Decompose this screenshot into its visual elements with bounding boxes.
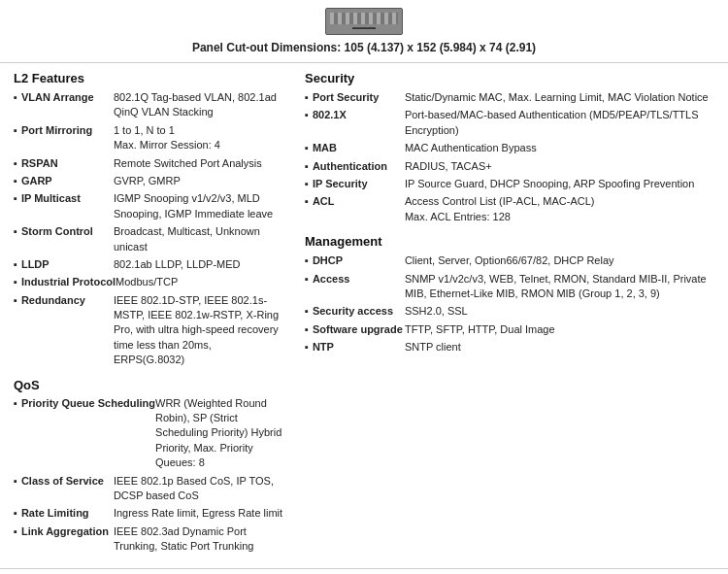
- list-item: ▪NTPSNTP client: [305, 340, 714, 355]
- feature-value: Port-based/MAC-based Authentication (MD5…: [405, 108, 714, 138]
- list-item: ▪RSPANRemote Switched Port Analysis: [14, 156, 285, 171]
- list-item: ▪RedundancyIEEE 802.1D-STP, IEEE 802.1s-…: [14, 293, 285, 368]
- feature-value: Remote Switched Port Analysis: [114, 156, 262, 171]
- feature-label: GARP: [21, 174, 114, 188]
- main-content: L2 Features ▪VLAN Arrange802.1Q Tag-base…: [0, 63, 728, 569]
- feature-value: Broadcast, Multicast, Unknown unicast: [114, 224, 285, 254]
- qos-feature-list: ▪Priority Queue SchedulingWRR (Weighted …: [14, 396, 285, 555]
- list-item: ▪Security accessSSH2.0, SSL: [305, 304, 714, 319]
- list-item: ▪802.1XPort-based/MAC-based Authenticati…: [305, 108, 714, 138]
- list-item: ▪GARPGVRP, GMRP: [14, 174, 285, 188]
- bullet: ▪: [14, 474, 17, 489]
- feature-value: Access Control List (IP-ACL, MAC-ACL)Max…: [405, 194, 595, 224]
- panel-cut-dimensions: Panel Cut-out Dimensions: 105 (4.137) x …: [0, 35, 728, 58]
- feature-value: IGMP Snooping v1/v2/v3, MLD Snooping, IG…: [114, 191, 285, 221]
- feature-value: IEEE 802.1D-STP, IEEE 802.1s-MSTP, IEEE …: [114, 293, 285, 368]
- management-section: Management ▪DHCPClient, Server, Option66…: [305, 234, 714, 355]
- bullet: ▪: [305, 141, 309, 155]
- feature-label: MAB: [313, 141, 405, 155]
- left-column: L2 Features ▪VLAN Arrange802.1Q Tag-base…: [14, 71, 285, 564]
- feature-value: Client, Server, Option66/67/82, DHCP Rel…: [405, 253, 614, 268]
- list-item: ▪Class of ServiceIEEE 802.1p Based CoS, …: [14, 474, 285, 504]
- feature-label: NTP: [313, 340, 405, 355]
- bullet: ▪: [14, 224, 17, 239]
- feature-value: IEEE 802.3ad Dynamic Port Trunking, Stat…: [114, 524, 285, 555]
- feature-value: WRR (Weighted Round Robin), SP (Strict S…: [155, 396, 285, 471]
- management-feature-list: ▪DHCPClient, Server, Option66/67/82, DHC…: [305, 253, 714, 355]
- bullet: ▪: [305, 159, 309, 174]
- bullet: ▪: [14, 123, 17, 138]
- feature-value: 1 to 1, N to 1Max. Mirror Session: 4: [114, 123, 220, 153]
- feature-label: Port Mirroring: [21, 123, 114, 138]
- bullet: ▪: [305, 108, 309, 122]
- bullet: ▪: [14, 90, 17, 105]
- feature-value: IEEE 802.1p Based CoS, IP TOS, DCSP base…: [114, 474, 285, 504]
- bullet: ▪: [14, 506, 17, 521]
- list-item: ▪Industrial ProtocolModbus/TCP: [14, 275, 285, 289]
- list-item: ▪Link AggregationIEEE 802.3ad Dynamic Po…: [14, 524, 285, 555]
- feature-label: IP Security: [313, 177, 405, 191]
- device-image: [325, 8, 403, 35]
- feature-value: SNMP v1/v2c/v3, WEB, Telnet, RMON, Stand…: [405, 272, 714, 302]
- list-item: ▪Rate LimitingIngress Rate limit, Egress…: [14, 506, 285, 521]
- feature-value: GVRP, GMRP: [114, 174, 181, 188]
- security-title: Security: [305, 71, 714, 85]
- feature-value: IP Source Guard, DHCP Snooping, ARP Spoo…: [405, 177, 694, 191]
- feature-label: ACL: [313, 194, 405, 209]
- list-item: ▪Software upgradeTFTP, SFTP, HTTP, Dual …: [305, 322, 714, 337]
- feature-value: Modbus/TCP: [116, 275, 178, 289]
- list-item: ▪ACLAccess Control List (IP-ACL, MAC-ACL…: [305, 194, 714, 224]
- feature-label: RSPAN: [21, 156, 114, 171]
- feature-label: Industrial Protocol: [21, 275, 116, 289]
- bullet: ▪: [305, 253, 309, 268]
- qos-title: QoS: [14, 378, 285, 392]
- feature-value: SSH2.0, SSL: [405, 304, 468, 319]
- feature-label: LLDP: [21, 257, 114, 272]
- feature-value: SNTP client: [405, 340, 461, 355]
- l2-title: L2 Features: [14, 71, 285, 85]
- feature-value: 802.1ab LLDP, LLDP-MED: [114, 257, 241, 272]
- list-item: ▪MABMAC Authentication Bypass: [305, 141, 714, 155]
- feature-label: Security access: [313, 304, 405, 319]
- list-item: ▪VLAN Arrange802.1Q Tag-based VLAN, 802.…: [14, 90, 285, 120]
- bullet: ▪: [14, 156, 17, 171]
- list-item: ▪LLDP802.1ab LLDP, LLDP-MED: [14, 257, 285, 272]
- list-item: ▪IP SecurityIP Source Guard, DHCP Snoopi…: [305, 177, 714, 191]
- qos-section: QoS ▪Priority Queue SchedulingWRR (Weigh…: [14, 378, 285, 555]
- right-column: Security ▪Port SecurityStatic/Dynamic MA…: [305, 71, 714, 564]
- feature-label: Software upgrade: [313, 322, 405, 337]
- feature-value: 802.1Q Tag-based VLAN, 802.1ad QinQ VLAN…: [114, 90, 285, 120]
- feature-label: Access: [313, 272, 405, 287]
- list-item: ▪Port SecurityStatic/Dynamic MAC, Max. L…: [305, 90, 714, 105]
- list-item: ▪Port Mirroring1 to 1, N to 1Max. Mirror…: [14, 123, 285, 153]
- feature-label: Class of Service: [21, 474, 114, 489]
- feature-value: MAC Authentication Bypass: [405, 141, 537, 155]
- feature-label: Redundancy: [21, 293, 114, 308]
- feature-value: Ingress Rate limit, Egress Rate limit: [114, 506, 282, 521]
- bullet: ▪: [305, 177, 309, 191]
- feature-label: IP Multicast: [21, 191, 114, 206]
- feature-label: Storm Control: [21, 224, 114, 239]
- l2-features-section: L2 Features ▪VLAN Arrange802.1Q Tag-base…: [14, 71, 285, 368]
- security-section: Security ▪Port SecurityStatic/Dynamic MA…: [305, 71, 714, 224]
- ordering-section: Ordering Information ▪EKI-7712G-4FMPI-AE…: [0, 569, 728, 574]
- feature-value: TFTP, SFTP, HTTP, Dual Image: [405, 322, 555, 337]
- list-item: ▪Storm ControlBroadcast, Multicast, Unkn…: [14, 224, 285, 254]
- feature-label: VLAN Arrange: [21, 90, 114, 105]
- list-item: ▪AuthenticationRADIUS, TACAS+: [305, 159, 714, 174]
- bullet: ▪: [14, 524, 17, 539]
- feature-label: DHCP: [313, 253, 405, 268]
- list-item: ▪IP MulticastIGMP Snooping v1/v2/v3, MLD…: [14, 191, 285, 221]
- feature-label: Authentication: [313, 159, 405, 174]
- bullet: ▪: [14, 191, 17, 206]
- feature-value: RADIUS, TACAS+: [405, 159, 492, 174]
- bullet: ▪: [14, 396, 17, 411]
- security-feature-list: ▪Port SecurityStatic/Dynamic MAC, Max. L…: [305, 90, 714, 224]
- bullet: ▪: [14, 174, 17, 188]
- feature-label: Port Security: [313, 90, 405, 105]
- bullet: ▪: [305, 340, 309, 355]
- management-title: Management: [305, 234, 714, 249]
- bullet: ▪: [14, 275, 17, 289]
- feature-label: Link Aggregation: [21, 524, 114, 539]
- list-item: ▪Priority Queue SchedulingWRR (Weighted …: [14, 396, 285, 471]
